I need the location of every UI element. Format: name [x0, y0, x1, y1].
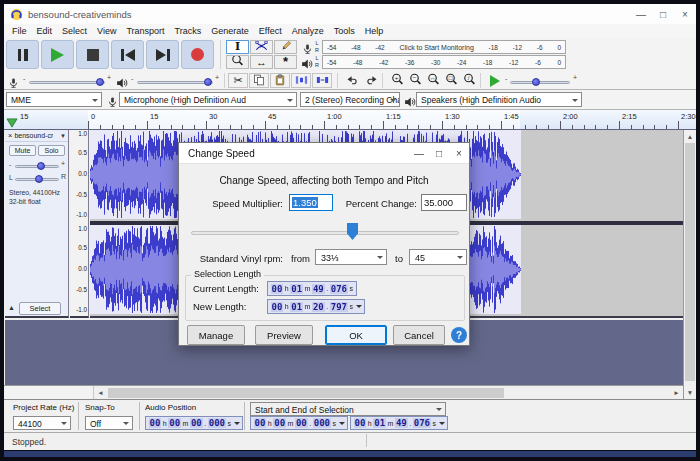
scroll-up-icon[interactable]: ▲ — [684, 130, 696, 143]
amplitude-label: 0.5 — [78, 149, 87, 156]
play-at-speed-button[interactable] — [485, 73, 505, 88]
playback-volume-thumb[interactable] — [204, 78, 212, 86]
paste-button[interactable] — [270, 73, 290, 88]
recording-volume-thumb[interactable] — [96, 78, 104, 86]
menu-item-view[interactable]: View — [92, 26, 121, 36]
scroll-right-icon[interactable]: ► — [670, 386, 683, 399]
maximize-button[interactable]: □ — [652, 5, 674, 23]
record-button[interactable] — [181, 40, 214, 69]
draw-tool-button[interactable] — [274, 40, 297, 54]
menu-item-transport[interactable]: Transport — [121, 26, 169, 36]
undo-button[interactable] — [342, 73, 362, 88]
pan-thumb[interactable] — [35, 175, 43, 183]
speed-slider[interactable] — [191, 231, 459, 235]
change-speed-dialog[interactable]: Change Speed — □ × Change Speed, affecti… — [178, 142, 470, 346]
copy-button[interactable] — [249, 73, 269, 88]
manage-button[interactable]: Manage — [187, 325, 245, 345]
selection-start-field[interactable]: 00h00m00.000s — [250, 416, 348, 430]
new-length-field[interactable]: 00h01m20.797s — [267, 299, 365, 314]
silence-selection-button[interactable] — [312, 73, 332, 88]
menu-item-file[interactable]: File — [7, 26, 32, 36]
percent-change-input[interactable]: 35.000 — [421, 194, 467, 211]
menu-item-select[interactable]: Select — [57, 26, 92, 36]
menu-item-tools[interactable]: Tools — [329, 26, 360, 36]
zoom-fit-button[interactable]: □ — [441, 73, 461, 88]
dialog-close-button[interactable]: × — [449, 144, 469, 163]
playback-volume-slider[interactable] — [137, 81, 213, 84]
horizontal-scrollbar[interactable]: ◄ ► — [4, 385, 683, 399]
play-button[interactable] — [41, 40, 74, 69]
zoom-out-button[interactable]: − — [405, 73, 425, 88]
horizontal-scroll-thumb[interactable] — [108, 388, 504, 398]
playback-meter[interactable]: -54-48-42-36-30-24-18-12-60 — [322, 55, 566, 69]
audio-position-field[interactable]: 00h00m00.000s — [145, 416, 243, 430]
play-speed-slider[interactable] — [510, 81, 570, 84]
help-button[interactable]: ? — [451, 327, 467, 343]
zoom-selection-button[interactable]: ↔ — [423, 73, 443, 88]
skip-to-end-button[interactable] — [146, 40, 179, 69]
zoom-tool-button[interactable] — [226, 55, 249, 69]
zoom-toggle-button[interactable]: / — [459, 73, 479, 88]
minimize-button[interactable]: — — [630, 5, 652, 23]
speed-slider-thumb[interactable] — [347, 223, 358, 240]
skip-to-start-button[interactable] — [111, 40, 144, 69]
menu-item-effect[interactable]: Effect — [254, 26, 287, 36]
recording-channels-combo[interactable]: 2 (Stereo) Recording Cha — [300, 92, 400, 107]
snap-to-combo[interactable]: Off — [85, 416, 133, 430]
chevron-down-icon — [457, 256, 463, 262]
trim-outside-selection-button[interactable] — [291, 73, 311, 88]
solo-button[interactable]: Solo — [38, 145, 65, 156]
current-length-field[interactable]: 00h01m49.076s — [267, 281, 357, 296]
menu-item-generate[interactable]: Generate — [206, 26, 254, 36]
timeshift-tool-button[interactable]: ↔ — [250, 55, 273, 69]
track-menu-icon[interactable]: ▼ — [60, 133, 68, 139]
audio-host-combo[interactable]: MME — [6, 92, 102, 107]
mute-button[interactable]: Mute — [9, 145, 36, 156]
cancel-button[interactable]: Cancel — [393, 325, 445, 345]
play-speed-thumb[interactable] — [532, 78, 540, 86]
playback-device-combo[interactable]: Speakers (High Definition Audio — [416, 92, 582, 107]
menu-item-edit[interactable]: Edit — [32, 26, 58, 36]
vinyl-to-combo[interactable]: 45 — [409, 249, 467, 265]
menu-item-analyze[interactable]: Analyze — [287, 26, 329, 36]
preview-button[interactable]: Preview — [255, 325, 313, 345]
vertical-scroll-thumb[interactable] — [685, 143, 695, 381]
timeline-ruler[interactable]: 1501530451:001:151:301:452:002:152:30 — [4, 110, 696, 130]
stop-button[interactable] — [76, 40, 109, 69]
ok-button[interactable]: OK — [325, 325, 387, 345]
dialog-maximize-button[interactable]: □ — [429, 144, 449, 163]
scroll-left-icon[interactable]: ◄ — [94, 386, 107, 399]
time-unit: . — [204, 420, 206, 427]
cut-button[interactable]: ✂ — [228, 73, 248, 88]
vinyl-from-combo[interactable]: 33⅓ — [315, 249, 387, 265]
project-rate-combo[interactable]: 44100 — [13, 416, 71, 430]
speed-multiplier-input[interactable]: 1.350 — [289, 194, 333, 211]
select-track-button[interactable]: Select — [19, 302, 61, 315]
selection-range-combo[interactable]: Start and End of Selection — [250, 402, 446, 416]
collapse-track-icon[interactable]: ▲ — [8, 304, 15, 311]
pause-button[interactable] — [6, 40, 39, 69]
envelope-tool-button[interactable] — [250, 40, 273, 54]
dialog-minimize-button[interactable]: — — [409, 144, 429, 163]
dialog-title-bar[interactable]: Change Speed — □ × — [179, 143, 469, 164]
multi-tool-button[interactable]: * — [274, 55, 297, 69]
scroll-down-icon[interactable]: ▼ — [684, 386, 696, 399]
selection-tool-button[interactable]: I — [226, 40, 249, 54]
track-control-panel[interactable]: × bensound-cr ▼ Mute Solo - + L R Stereo… — [5, 130, 69, 318]
ruler-minor-tick — [112, 125, 113, 129]
vertical-scrollbar[interactable]: ▲ ▼ — [683, 130, 696, 399]
recording-meter[interactable]: -54-48-42Click to Start Monitoring-18-12… — [322, 40, 566, 54]
track-header[interactable]: × bensound-cr ▼ — [5, 130, 68, 142]
recording-device-combo[interactable]: Microphone (High Definition Aud — [119, 92, 297, 107]
redo-button[interactable] — [362, 73, 382, 88]
track-close-icon[interactable]: × — [5, 131, 14, 140]
recording-volume-slider[interactable] — [29, 81, 105, 84]
close-button[interactable]: × — [674, 5, 696, 23]
time-unit: m — [305, 285, 311, 292]
selection-end-field[interactable]: 00h01m49.076s — [350, 416, 448, 430]
title-bar[interactable]: bensound-creativeminds — □ × — [4, 4, 696, 24]
zoom-in-button[interactable]: + — [387, 73, 407, 88]
menu-item-tracks[interactable]: Tracks — [170, 26, 207, 36]
gain-thumb[interactable] — [37, 162, 45, 170]
menu-item-help[interactable]: Help — [360, 26, 389, 36]
